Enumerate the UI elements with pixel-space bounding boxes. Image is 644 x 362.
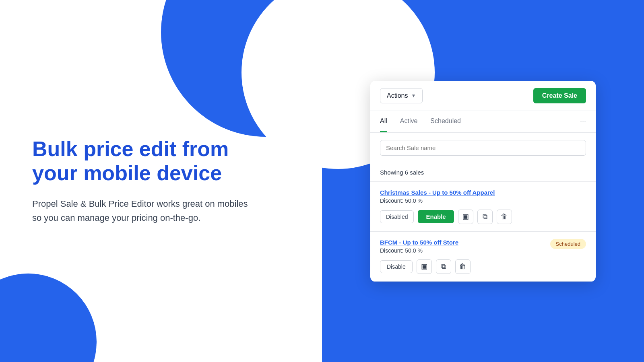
sale-title-2[interactable]: BFCM - Up to 50% off Store	[380, 239, 458, 246]
sale-title[interactable]: Christmas Sales - Up to 50% off Apparel	[380, 189, 586, 196]
copy-icon-2: ⧉	[441, 263, 446, 271]
delete-button[interactable]: 🗑	[497, 210, 512, 224]
search-section	[370, 133, 596, 163]
tabs-row: All Active Scheduled ···	[370, 111, 596, 133]
create-sale-button[interactable]: Create Sale	[533, 88, 586, 103]
enable-button[interactable]: Enable	[418, 210, 454, 223]
sale-discount: Discount: 50.0 %	[380, 197, 586, 204]
edit-icon-2: ▣	[421, 262, 427, 271]
left-content: Bulk price edit from your mobile device …	[32, 137, 258, 225]
tab-active[interactable]: Active	[400, 111, 418, 132]
scheduled-badge: Scheduled	[550, 239, 586, 249]
delete-icon: 🗑	[501, 213, 508, 221]
tab-scheduled[interactable]: Scheduled	[430, 111, 461, 132]
showing-count: Showing 6 sales	[370, 163, 596, 182]
sale-item: Christmas Sales - Up to 50% off Apparel …	[370, 182, 596, 232]
chevron-down-icon: ▼	[411, 93, 416, 99]
sale-actions-row-2: Disable ▣ ⧉ 🗑	[380, 259, 586, 274]
sale-actions-row: Disabled Enable ▣ ⧉ 🗑	[380, 210, 586, 224]
app-card: Actions ▼ Create Sale All Active Schedul…	[370, 81, 596, 282]
actions-button[interactable]: Actions ▼	[380, 88, 423, 103]
search-input[interactable]	[380, 140, 586, 156]
tab-all[interactable]: All	[380, 111, 387, 132]
sale-item: BFCM - Up to 50% off Store Discount: 50.…	[370, 232, 596, 282]
sale-discount-2: Discount: 50.0 %	[380, 247, 458, 254]
delete-icon-2: 🗑	[459, 263, 466, 271]
right-panel: Actions ▼ Create Sale All Active Schedul…	[322, 0, 644, 362]
edit-button[interactable]: ▣	[458, 210, 473, 224]
copy-button[interactable]: ⧉	[477, 210, 493, 224]
delete-button-2[interactable]: 🗑	[455, 259, 471, 274]
copy-icon: ⧉	[483, 213, 487, 221]
description: Propel Sale & Bulk Price Editor works gr…	[32, 197, 258, 225]
copy-button-2[interactable]: ⧉	[436, 259, 451, 274]
edit-icon: ▣	[462, 212, 469, 221]
tab-more[interactable]: ···	[580, 117, 586, 126]
heading: Bulk price edit from your mobile device	[32, 137, 258, 185]
card-body[interactable]: All Active Scheduled ··· Showing 6 sales…	[370, 111, 596, 282]
edit-button-2[interactable]: ▣	[417, 259, 432, 274]
disabled-badge[interactable]: Disabled	[380, 210, 414, 223]
disable-button[interactable]: Disable	[380, 260, 413, 273]
app-topbar: Actions ▼ Create Sale	[370, 81, 596, 111]
